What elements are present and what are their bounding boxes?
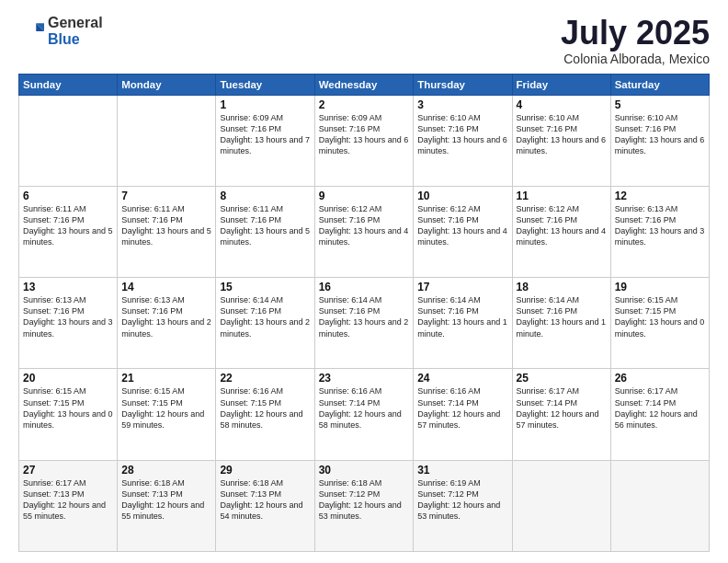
day-info: Sunrise: 6:10 AM Sunset: 7:16 PM Dayligh… [417,112,507,157]
day-info: Sunrise: 6:11 AM Sunset: 7:16 PM Dayligh… [23,203,113,248]
day-info: Sunrise: 6:10 AM Sunset: 7:16 PM Dayligh… [517,112,607,157]
day-info: Sunrise: 6:10 AM Sunset: 7:16 PM Dayligh… [615,112,705,157]
logo: General Blue [18,15,103,47]
day-cell: 23Sunrise: 6:16 AM Sunset: 7:14 PM Dayli… [314,369,414,460]
day-cell: 16Sunrise: 6:14 AM Sunset: 7:16 PM Dayli… [314,278,414,369]
day-cell: 3Sunrise: 6:10 AM Sunset: 7:16 PM Daylig… [414,95,512,186]
day-cell: 14Sunrise: 6:13 AM Sunset: 7:16 PM Dayli… [118,278,216,369]
day-info: Sunrise: 6:12 AM Sunset: 7:16 PM Dayligh… [319,203,410,248]
day-cell: 9Sunrise: 6:12 AM Sunset: 7:16 PM Daylig… [314,186,414,277]
page: General Blue July 2025 Colonia Alborada,… [0,0,728,563]
day-number: 24 [417,372,507,385]
header-day-sunday: Sunday [19,74,118,95]
day-number: 27 [23,464,113,477]
header-day-tuesday: Tuesday [216,74,314,95]
day-number: 11 [517,190,607,202]
day-info: Sunrise: 6:14 AM Sunset: 7:16 PM Dayligh… [517,294,607,339]
day-number: 19 [615,281,705,293]
day-number: 15 [220,281,310,293]
day-cell: 24Sunrise: 6:16 AM Sunset: 7:14 PM Dayli… [414,369,512,460]
day-number: 3 [417,98,507,111]
day-number: 23 [319,372,410,385]
day-cell [19,95,118,186]
day-info: Sunrise: 6:13 AM Sunset: 7:16 PM Dayligh… [615,203,705,248]
day-number: 30 [319,464,410,477]
day-number: 29 [220,464,310,477]
day-cell: 7Sunrise: 6:11 AM Sunset: 7:16 PM Daylig… [118,186,216,277]
day-info: Sunrise: 6:11 AM Sunset: 7:16 PM Dayligh… [121,203,211,248]
day-number: 1 [220,98,310,111]
day-info: Sunrise: 6:09 AM Sunset: 7:16 PM Dayligh… [319,112,410,157]
logo-blue: Blue [48,31,103,48]
day-cell: 5Sunrise: 6:10 AM Sunset: 7:16 PM Daylig… [610,95,709,186]
day-number: 13 [23,281,113,293]
header-day-thursday: Thursday [414,74,512,95]
day-number: 4 [517,98,607,111]
day-number: 25 [517,372,607,385]
day-cell: 11Sunrise: 6:12 AM Sunset: 7:16 PM Dayli… [512,186,610,277]
subtitle: Colonia Alborada, Mexico [561,52,710,66]
day-cell: 17Sunrise: 6:14 AM Sunset: 7:16 PM Dayli… [414,278,512,369]
day-cell: 22Sunrise: 6:16 AM Sunset: 7:15 PM Dayli… [216,369,314,460]
header-day-monday: Monday [118,74,216,95]
week-row-5: 27Sunrise: 6:17 AM Sunset: 7:13 PM Dayli… [19,460,710,551]
calendar-table: SundayMondayTuesdayWednesdayThursdayFrid… [18,74,710,552]
day-number: 10 [417,190,507,202]
day-cell: 2Sunrise: 6:09 AM Sunset: 7:16 PM Daylig… [314,95,414,186]
day-number: 28 [121,464,211,477]
day-number: 5 [615,98,705,111]
day-info: Sunrise: 6:11 AM Sunset: 7:16 PM Dayligh… [220,203,310,248]
day-cell [610,460,709,551]
week-row-2: 6Sunrise: 6:11 AM Sunset: 7:16 PM Daylig… [19,186,710,277]
day-cell: 20Sunrise: 6:15 AM Sunset: 7:15 PM Dayli… [19,369,118,460]
day-info: Sunrise: 6:13 AM Sunset: 7:16 PM Dayligh… [23,294,113,339]
day-info: Sunrise: 6:14 AM Sunset: 7:16 PM Dayligh… [319,294,410,339]
header: General Blue July 2025 Colonia Alborada,… [18,15,710,66]
header-row: SundayMondayTuesdayWednesdayThursdayFrid… [19,74,710,95]
day-cell: 6Sunrise: 6:11 AM Sunset: 7:16 PM Daylig… [19,186,118,277]
calendar-body: 1Sunrise: 6:09 AM Sunset: 7:16 PM Daylig… [19,95,710,551]
logo-general: General [48,15,103,31]
day-info: Sunrise: 6:15 AM Sunset: 7:15 PM Dayligh… [23,385,113,431]
day-cell: 29Sunrise: 6:18 AM Sunset: 7:13 PM Dayli… [216,460,314,551]
header-day-friday: Friday [512,74,610,95]
day-info: Sunrise: 6:18 AM Sunset: 7:13 PM Dayligh… [220,477,310,523]
day-cell: 19Sunrise: 6:15 AM Sunset: 7:15 PM Dayli… [610,278,709,369]
day-cell: 1Sunrise: 6:09 AM Sunset: 7:16 PM Daylig… [216,95,314,186]
day-info: Sunrise: 6:19 AM Sunset: 7:12 PM Dayligh… [417,477,507,523]
day-info: Sunrise: 6:15 AM Sunset: 7:15 PM Dayligh… [615,294,705,339]
day-number: 2 [319,98,410,111]
week-row-1: 1Sunrise: 6:09 AM Sunset: 7:16 PM Daylig… [19,95,710,186]
day-cell [512,460,610,551]
logo-text: General Blue [48,15,103,47]
calendar-header: SundayMondayTuesdayWednesdayThursdayFrid… [19,74,710,95]
day-info: Sunrise: 6:09 AM Sunset: 7:16 PM Dayligh… [220,112,310,157]
day-number: 9 [319,190,410,202]
day-number: 22 [220,372,310,385]
logo-icon [18,18,44,44]
day-cell: 15Sunrise: 6:14 AM Sunset: 7:16 PM Dayli… [216,278,314,369]
day-info: Sunrise: 6:16 AM Sunset: 7:14 PM Dayligh… [319,385,410,431]
day-number: 8 [220,190,310,202]
day-cell: 12Sunrise: 6:13 AM Sunset: 7:16 PM Dayli… [610,186,709,277]
day-cell: 27Sunrise: 6:17 AM Sunset: 7:13 PM Dayli… [19,460,118,551]
day-number: 21 [121,372,211,385]
day-cell: 13Sunrise: 6:13 AM Sunset: 7:16 PM Dayli… [19,278,118,369]
day-number: 14 [121,281,211,293]
day-number: 31 [417,464,507,477]
day-cell: 30Sunrise: 6:18 AM Sunset: 7:12 PM Dayli… [314,460,414,551]
day-info: Sunrise: 6:17 AM Sunset: 7:13 PM Dayligh… [23,477,113,523]
day-cell: 21Sunrise: 6:15 AM Sunset: 7:15 PM Dayli… [118,369,216,460]
day-cell: 8Sunrise: 6:11 AM Sunset: 7:16 PM Daylig… [216,186,314,277]
day-info: Sunrise: 6:16 AM Sunset: 7:15 PM Dayligh… [220,385,310,431]
day-info: Sunrise: 6:16 AM Sunset: 7:14 PM Dayligh… [417,385,507,431]
week-row-4: 20Sunrise: 6:15 AM Sunset: 7:15 PM Dayli… [19,369,710,460]
day-info: Sunrise: 6:17 AM Sunset: 7:14 PM Dayligh… [517,385,607,431]
day-cell: 4Sunrise: 6:10 AM Sunset: 7:16 PM Daylig… [512,95,610,186]
day-info: Sunrise: 6:12 AM Sunset: 7:16 PM Dayligh… [517,203,607,248]
day-cell: 25Sunrise: 6:17 AM Sunset: 7:14 PM Dayli… [512,369,610,460]
day-info: Sunrise: 6:18 AM Sunset: 7:12 PM Dayligh… [319,477,410,523]
day-number: 26 [615,372,705,385]
main-title: July 2025 [561,15,710,52]
day-cell [118,95,216,186]
